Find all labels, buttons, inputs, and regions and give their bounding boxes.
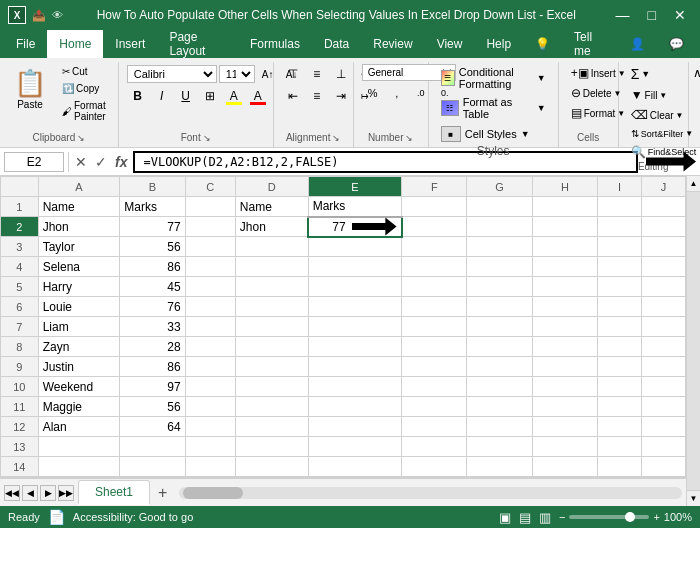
- cell-A11[interactable]: Maggie: [38, 397, 120, 417]
- cell-B1[interactable]: Marks: [120, 197, 185, 217]
- cell-G3[interactable]: [467, 237, 532, 257]
- row-header-13[interactable]: 13: [1, 437, 39, 457]
- add-sheet-button[interactable]: +: [150, 480, 175, 506]
- cell-H6[interactable]: [532, 297, 597, 317]
- menu-view[interactable]: View: [425, 30, 475, 58]
- row-header-14[interactable]: 14: [1, 457, 39, 477]
- fill-button[interactable]: ▼ Fill ▼: [627, 86, 700, 104]
- menu-help[interactable]: Help: [474, 30, 523, 58]
- format-as-table-button[interactable]: ☷ Format as Table ▼: [437, 94, 550, 122]
- row-header-12[interactable]: 12: [1, 417, 39, 437]
- row-header-7[interactable]: 7: [1, 317, 39, 337]
- cell-G10[interactable]: [467, 377, 532, 397]
- cell-G12[interactable]: [467, 417, 532, 437]
- cell-A7[interactable]: Liam: [38, 317, 120, 337]
- cell-C8[interactable]: [185, 337, 235, 357]
- cell-I2[interactable]: [598, 217, 642, 237]
- cell-A1[interactable]: Name: [38, 197, 120, 217]
- cell-E3[interactable]: [308, 237, 401, 257]
- cell-H9[interactable]: [532, 357, 597, 377]
- cell-H11[interactable]: [532, 397, 597, 417]
- cell-D8[interactable]: [235, 337, 308, 357]
- cell-H12[interactable]: [532, 417, 597, 437]
- cell-H7[interactable]: [532, 317, 597, 337]
- align-center-button[interactable]: ≡: [306, 86, 328, 106]
- cell-H10[interactable]: [532, 377, 597, 397]
- col-header-E[interactable]: E: [308, 177, 401, 197]
- cell-F4[interactable]: [402, 257, 467, 277]
- bold-button[interactable]: B: [127, 86, 149, 106]
- cell-A14[interactable]: [38, 457, 120, 477]
- cell-A10[interactable]: Weekend: [38, 377, 120, 397]
- copy-button[interactable]: 🔃 Copy: [58, 81, 110, 96]
- cell-E12[interactable]: [308, 417, 401, 437]
- cell-H3[interactable]: [532, 237, 597, 257]
- cell-F5[interactable]: [402, 277, 467, 297]
- cell-C14[interactable]: [185, 457, 235, 477]
- vscroll-up-button[interactable]: ▲: [687, 176, 700, 192]
- align-left-button[interactable]: ⇤: [282, 86, 304, 106]
- cell-F7[interactable]: [402, 317, 467, 337]
- cell-D7[interactable]: [235, 317, 308, 337]
- cell-G7[interactable]: [467, 317, 532, 337]
- paste-button[interactable]: 📋 Paste: [8, 64, 52, 114]
- cell-A6[interactable]: Louie: [38, 297, 120, 317]
- cell-D2[interactable]: Jhon: [235, 217, 308, 237]
- cell-J2[interactable]: [641, 217, 685, 237]
- cell-F3[interactable]: [402, 237, 467, 257]
- cell-C1[interactable]: [185, 197, 235, 217]
- cell-D11[interactable]: [235, 397, 308, 417]
- cell-H4[interactable]: [532, 257, 597, 277]
- row-header-2[interactable]: 2: [1, 217, 39, 237]
- cell-F6[interactable]: [402, 297, 467, 317]
- cell-C10[interactable]: [185, 377, 235, 397]
- cell-reference-input[interactable]: [4, 152, 64, 172]
- cell-B11[interactable]: 56: [120, 397, 185, 417]
- window-controls[interactable]: — □ ✕: [610, 7, 692, 23]
- cell-styles-dropdown[interactable]: ▼: [521, 129, 530, 139]
- conditional-formatting-dropdown[interactable]: ▼: [537, 73, 546, 83]
- cancel-formula-icon[interactable]: ✕: [73, 154, 89, 170]
- cell-G1[interactable]: [467, 197, 532, 217]
- cell-F14[interactable]: [402, 457, 467, 477]
- percent-button[interactable]: %: [362, 83, 384, 103]
- cell-H2[interactable]: [532, 217, 597, 237]
- cell-A3[interactable]: Taylor: [38, 237, 120, 257]
- cell-C13[interactable]: [185, 437, 235, 457]
- cell-E8[interactable]: [308, 337, 401, 357]
- cell-E5[interactable]: [308, 277, 401, 297]
- cell-A4[interactable]: Selena: [38, 257, 120, 277]
- cell-F2[interactable]: [402, 217, 467, 237]
- view-pagebreak-icon[interactable]: ▥: [539, 510, 551, 525]
- cell-J4[interactable]: [641, 257, 685, 277]
- view-normal-icon[interactable]: ▣: [499, 510, 511, 525]
- menu-tellme[interactable]: Tell me: [562, 30, 618, 58]
- col-header-I[interactable]: I: [598, 177, 642, 197]
- border-button[interactable]: ⊞: [199, 86, 221, 106]
- clipboard-expand-icon[interactable]: ↘: [77, 133, 85, 143]
- cell-B2[interactable]: 77: [120, 217, 185, 237]
- cell-G13[interactable]: [467, 437, 532, 457]
- cell-E13[interactable]: [308, 437, 401, 457]
- cell-D10[interactable]: [235, 377, 308, 397]
- italic-button[interactable]: I: [151, 86, 173, 106]
- clear-button[interactable]: ⌫ Clear ▼: [627, 106, 700, 124]
- cell-I12[interactable]: [598, 417, 642, 437]
- cell-G6[interactable]: [467, 297, 532, 317]
- cell-I4[interactable]: [598, 257, 642, 277]
- vscroll-track[interactable]: [687, 192, 700, 490]
- cell-H5[interactable]: [532, 277, 597, 297]
- row-header-6[interactable]: 6: [1, 297, 39, 317]
- cell-I14[interactable]: [598, 457, 642, 477]
- cell-B5[interactable]: 45: [120, 277, 185, 297]
- menu-page-layout[interactable]: Page Layout: [157, 30, 238, 58]
- col-header-A[interactable]: A: [38, 177, 120, 197]
- menu-formulas[interactable]: Formulas: [238, 30, 312, 58]
- cell-C9[interactable]: [185, 357, 235, 377]
- cell-F8[interactable]: [402, 337, 467, 357]
- cell-J11[interactable]: [641, 397, 685, 417]
- sum-button[interactable]: Σ ▼: [627, 64, 700, 84]
- cell-D6[interactable]: [235, 297, 308, 317]
- cell-I9[interactable]: [598, 357, 642, 377]
- col-header-B[interactable]: B: [120, 177, 185, 197]
